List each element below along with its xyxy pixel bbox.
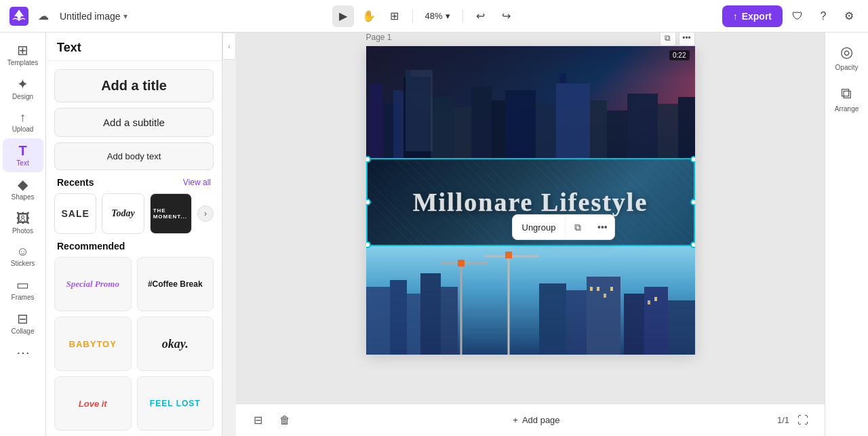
page-duplicate-button[interactable]: ⧉ bbox=[660, 33, 676, 46]
arrange-label: Arrange bbox=[835, 105, 859, 113]
context-menu: Ungroup ⧉ ••• bbox=[512, 214, 616, 240]
help-button[interactable]: ? bbox=[812, 5, 834, 27]
sidebar-item-upload[interactable]: ↑ Upload bbox=[3, 106, 43, 138]
sidebar-item-stickers[interactable]: ☺ Stickers bbox=[3, 240, 43, 273]
recent-item-sale[interactable]: SALE bbox=[54, 193, 96, 234]
add-body-button[interactable]: Add body text bbox=[54, 142, 214, 170]
topbar: ☁ Untitled image ▾ ▶ ✋ ⊞ 48% ▾ ↩ ↪ ↑ Exp… bbox=[0, 0, 868, 33]
recent-item-today[interactable]: Today bbox=[102, 193, 144, 234]
recommended-section-header: Recommended bbox=[57, 241, 211, 252]
rec-feel-lost-text: FEEL LOST bbox=[150, 399, 201, 408]
recents-next-button[interactable]: › bbox=[197, 205, 214, 222]
svg-rect-21 bbox=[556, 83, 590, 158]
settings-button[interactable]: ⚙ bbox=[838, 5, 860, 27]
view-all-link[interactable]: View all bbox=[183, 178, 211, 187]
fullscreen-button[interactable]: ⛶ bbox=[792, 410, 814, 431]
sidebar-item-frames[interactable]: ▭ Frames bbox=[3, 273, 43, 306]
layout-button[interactable]: ⊞ bbox=[384, 5, 406, 27]
svg-rect-25 bbox=[407, 294, 420, 355]
canvas-bottom-image[interactable] bbox=[366, 246, 695, 355]
canvas-scroll[interactable]: Page 1 ⧉ ••• 0:22 bbox=[236, 33, 825, 403]
add-page-icon: + bbox=[513, 415, 518, 425]
context-more-button[interactable]: ••• bbox=[590, 215, 614, 239]
page-label: Page 1 bbox=[366, 33, 392, 42]
rec-coffee-break-text: #Coffee Break bbox=[148, 279, 203, 289]
templates-icon: ⊞ bbox=[17, 43, 28, 57]
arrange-icon: ⧉ bbox=[841, 85, 852, 102]
export-icon: ↑ bbox=[733, 11, 738, 22]
recents-section-header: Recents View all bbox=[57, 177, 211, 188]
rec-item-love-it[interactable]: Love it bbox=[54, 376, 132, 431]
svg-rect-11 bbox=[505, 90, 536, 158]
sidebar-item-text[interactable]: T Text bbox=[3, 138, 43, 172]
left-panel: Text Add a title Add a subtitle Add body… bbox=[46, 33, 222, 436]
svg-rect-7 bbox=[431, 97, 454, 158]
canvas-top-image[interactable]: 0:22 bbox=[366, 46, 695, 158]
rec-okay-text: okay. bbox=[162, 337, 189, 351]
sidebar-item-shapes[interactable]: ◆ Shapes bbox=[3, 172, 43, 206]
sidebar-item-templates[interactable]: ⊞ Templates bbox=[3, 38, 43, 72]
page-more-button[interactable]: ••• bbox=[679, 33, 695, 46]
svg-rect-40 bbox=[668, 300, 695, 355]
select-tool-button[interactable]: ▶ bbox=[332, 5, 354, 27]
add-subtitle-button[interactable]: Add a subtitle bbox=[54, 108, 214, 137]
arrange-tool[interactable]: ⧉ Arrange bbox=[835, 85, 859, 113]
sidebar-item-more[interactable]: ⋯ bbox=[3, 340, 43, 365]
rec-item-okay[interactable]: okay. bbox=[137, 317, 214, 371]
panel-content: Add a title Add a subtitle Add body text… bbox=[46, 61, 222, 436]
opacity-icon: ◎ bbox=[840, 43, 853, 61]
svg-rect-34 bbox=[539, 283, 566, 355]
upload-label: Upload bbox=[12, 125, 34, 133]
text-icon: T bbox=[18, 144, 26, 157]
document-title[interactable]: Untitled image ▾ bbox=[60, 11, 127, 22]
rec-item-babytoy[interactable]: BABYTOY bbox=[54, 317, 132, 371]
right-sidebar: ◎ Opacity ⧉ Arrange bbox=[825, 33, 868, 436]
redo-button[interactable]: ↪ bbox=[496, 5, 517, 27]
buildings-svg-bottom bbox=[366, 246, 695, 355]
svg-rect-26 bbox=[420, 273, 441, 355]
photos-label: Photos bbox=[12, 227, 33, 235]
upload-icon: ↑ bbox=[20, 111, 26, 123]
add-title-button[interactable]: Add a title bbox=[54, 69, 214, 102]
svg-rect-17 bbox=[627, 94, 658, 158]
svg-rect-41 bbox=[590, 287, 593, 291]
delete-button[interactable]: 🗑 bbox=[274, 410, 296, 431]
sidebar-item-photos[interactable]: 🖼 Photos bbox=[3, 206, 43, 240]
recent-moment-text: THE MOMENT... bbox=[151, 205, 191, 222]
svg-rect-23 bbox=[366, 287, 390, 355]
sidebar-item-collage[interactable]: ⊟ Collage bbox=[3, 306, 43, 340]
export-button[interactable]: ↑ Export bbox=[722, 5, 783, 27]
svg-rect-24 bbox=[390, 280, 407, 355]
zoom-control[interactable]: 48% ▾ bbox=[420, 8, 456, 24]
ungroup-button[interactable]: Ungroup bbox=[513, 217, 566, 238]
app-logo[interactable] bbox=[8, 5, 30, 27]
context-copy-button[interactable]: ⧉ bbox=[566, 215, 590, 239]
svg-rect-44 bbox=[610, 287, 613, 291]
recents-row: SALE Today THE MOMENT... › bbox=[54, 193, 214, 234]
opacity-tool[interactable]: ◎ Opacity bbox=[835, 43, 859, 71]
zoom-chevron-icon: ▾ bbox=[446, 11, 450, 21]
more-icon: ⋯ bbox=[16, 346, 30, 359]
hand-tool-button[interactable]: ✋ bbox=[358, 5, 380, 27]
recent-sale-text: SALE bbox=[61, 208, 89, 219]
svg-rect-38 bbox=[624, 294, 644, 355]
undo-button[interactable]: ↩ bbox=[470, 5, 492, 27]
panel-collapse-button[interactable]: ‹ bbox=[222, 33, 236, 60]
svg-rect-18 bbox=[658, 104, 678, 158]
shield-button[interactable]: 🛡 bbox=[787, 5, 808, 27]
rec-item-feel-lost[interactable]: FEEL LOST bbox=[137, 376, 214, 431]
topbar-right: ↑ Export 🛡 ? ⚙ bbox=[722, 5, 860, 27]
add-page-button[interactable]: + Add page bbox=[505, 411, 568, 429]
collage-label: Collage bbox=[12, 328, 35, 335]
rec-special-promo-text: Special Promo bbox=[66, 279, 119, 290]
rec-item-coffee-break[interactable]: #Coffee Break bbox=[137, 257, 214, 311]
grid-view-button[interactable]: ⊟ bbox=[247, 410, 269, 431]
sidebar-icons: ⊞ Templates ✦ Design ↑ Upload T Text ◆ S… bbox=[0, 33, 46, 436]
rec-item-special-promo[interactable]: Special Promo bbox=[54, 257, 132, 311]
svg-rect-16 bbox=[607, 111, 627, 158]
collage-icon: ⊟ bbox=[17, 312, 28, 325]
bottom-bar-left: ⊟ 🗑 bbox=[247, 410, 296, 431]
design-label: Design bbox=[12, 93, 33, 100]
recent-item-moment[interactable]: THE MOMENT... bbox=[150, 193, 192, 234]
sidebar-item-design[interactable]: ✦ Design bbox=[3, 72, 43, 106]
